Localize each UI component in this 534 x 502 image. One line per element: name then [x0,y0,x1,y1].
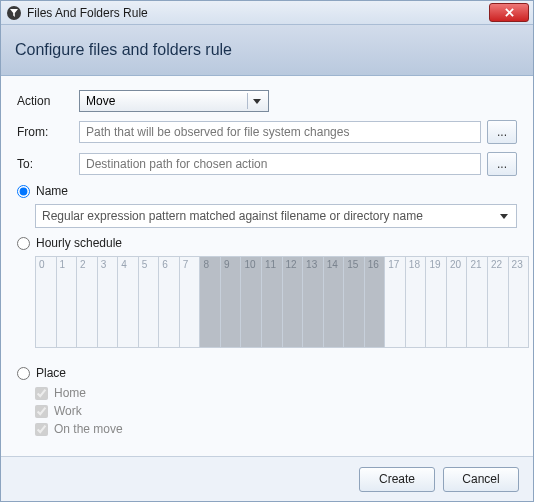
to-browse-button[interactable]: ... [487,152,517,176]
from-browse-button[interactable]: ... [487,120,517,144]
hour-cell-2[interactable]: 2 [77,257,98,347]
name-pattern-combo[interactable]: Regular expression pattern matched again… [35,204,517,228]
hour-cell-13[interactable]: 13 [303,257,324,347]
hour-cell-10[interactable]: 10 [241,257,262,347]
hour-cell-8[interactable]: 8 [200,257,221,347]
criteria-hourly-radio[interactable]: Hourly schedule [17,236,517,250]
criteria-place-radio[interactable]: Place [17,366,517,380]
dialog-window: Files And Folders Rule Configure files a… [0,0,534,502]
filter-icon [7,6,21,20]
place-section: Place Home Work On the move [17,366,517,436]
action-select[interactable]: Move [79,90,269,112]
hourly-radio-label: Hourly schedule [36,236,122,250]
dialog-body: Action Move From: Path that will be obse… [1,76,533,436]
dialog-footer: Create Cancel [1,456,533,501]
dialog-title: Configure files and folders rule [15,41,232,59]
hour-cell-18[interactable]: 18 [406,257,427,347]
name-radio-label: Name [36,184,68,198]
chevron-down-icon [496,205,512,227]
hour-cell-19[interactable]: 19 [426,257,447,347]
hour-cell-6[interactable]: 6 [159,257,180,347]
name-radio-input[interactable] [17,185,30,198]
svg-marker-0 [10,9,18,17]
row-action: Action Move [17,90,517,112]
criteria-name-radio[interactable]: Name [17,184,517,198]
hour-cell-16[interactable]: 16 [365,257,386,347]
place-radio-input[interactable] [17,367,30,380]
svg-marker-4 [500,214,508,219]
hour-cell-21[interactable]: 21 [467,257,488,347]
hour-cell-12[interactable]: 12 [283,257,304,347]
place-move-check[interactable]: On the move [35,422,517,436]
to-label: To: [17,157,79,171]
hour-cell-0[interactable]: 0 [36,257,57,347]
dialog-header: Configure files and folders rule [1,25,533,76]
to-input[interactable]: Destination path for chosen action [79,153,481,175]
hour-cell-23[interactable]: 23 [509,257,529,347]
work-checkbox[interactable] [35,405,48,418]
hour-cell-17[interactable]: 17 [385,257,406,347]
action-label: Action [17,94,79,108]
hour-cell-7[interactable]: 7 [180,257,201,347]
hour-cell-11[interactable]: 11 [262,257,283,347]
hourly-schedule-grid[interactable]: 01234567891011121314151617181920212223 [35,256,529,348]
home-checkbox[interactable] [35,387,48,400]
row-to: To: Destination path for chosen action .… [17,152,517,176]
hour-cell-4[interactable]: 4 [118,257,139,347]
from-input[interactable]: Path that will be observed for file syst… [79,121,481,143]
hour-cell-22[interactable]: 22 [488,257,509,347]
from-label: From: [17,125,79,139]
titlebar: Files And Folders Rule [1,1,533,25]
close-icon [505,8,514,17]
place-work-check[interactable]: Work [35,404,517,418]
move-label: On the move [54,422,123,436]
work-label: Work [54,404,82,418]
hour-cell-14[interactable]: 14 [324,257,345,347]
cancel-button[interactable]: Cancel [443,467,519,492]
home-label: Home [54,386,86,400]
hourly-radio-input[interactable] [17,237,30,250]
name-pattern-value: Regular expression pattern matched again… [42,209,423,223]
hour-cell-20[interactable]: 20 [447,257,468,347]
place-radio-label: Place [36,366,66,380]
create-button[interactable]: Create [359,467,435,492]
hour-cell-5[interactable]: 5 [139,257,160,347]
hour-cell-3[interactable]: 3 [98,257,119,347]
action-select-value: Move [86,94,115,108]
chevron-down-icon [247,93,266,109]
window-title: Files And Folders Rule [27,6,489,20]
svg-marker-3 [253,99,261,104]
place-home-check[interactable]: Home [35,386,517,400]
hour-cell-15[interactable]: 15 [344,257,365,347]
move-checkbox[interactable] [35,423,48,436]
row-from: From: Path that will be observed for fil… [17,120,517,144]
hour-cell-9[interactable]: 9 [221,257,242,347]
hour-cell-1[interactable]: 1 [57,257,78,347]
close-button[interactable] [489,3,529,22]
